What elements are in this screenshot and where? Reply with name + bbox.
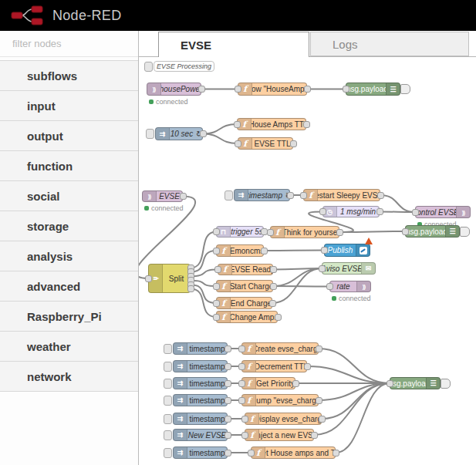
node-evse-processing[interactable]: EVSE Processing xyxy=(154,61,214,72)
output-port[interactable] xyxy=(333,450,339,457)
sidebar-item-advanced[interactable]: advanced xyxy=(0,271,138,302)
output-port[interactable] xyxy=(275,314,282,321)
filter-nodes-input[interactable] xyxy=(11,37,127,50)
sidebar-item-storage[interactable]: storage xyxy=(0,211,138,241)
node-evse-ttl[interactable]: fEVSE TTL xyxy=(238,137,293,150)
input-port[interactable] xyxy=(241,416,248,423)
node-aviso[interactable]: Aviso EVSE✉ xyxy=(322,262,376,275)
node-inject-b7[interactable]: ⇉timestamp xyxy=(173,446,228,459)
input-port[interactable] xyxy=(241,432,248,439)
node-control-evse[interactable]: control EVSE)) xyxy=(415,206,471,218)
inject-button[interactable] xyxy=(224,190,233,200)
input-port[interactable] xyxy=(238,397,245,404)
output-port[interactable] xyxy=(224,380,231,387)
sidebar-item-weather[interactable]: weather xyxy=(0,332,138,362)
output-port[interactable] xyxy=(200,130,207,137)
node-inject-b1[interactable]: ⇉timestamp xyxy=(173,342,228,355)
node-fn-display[interactable]: fDisplay evse_charge xyxy=(245,413,322,425)
node-debug-think[interactable]: msg.payload☰ xyxy=(405,225,460,238)
node-flow-houseamps[interactable]: fflow "HouseAmps" xyxy=(238,83,307,96)
inject-button[interactable] xyxy=(164,379,172,389)
debug-toggle-button[interactable] xyxy=(460,227,470,237)
output-port[interactable] xyxy=(261,248,268,254)
input-port[interactable] xyxy=(235,140,241,147)
output-port[interactable] xyxy=(270,283,277,290)
output-port[interactable] xyxy=(224,345,231,352)
output-port[interactable] xyxy=(316,397,322,404)
input-port[interactable] xyxy=(238,345,245,352)
tab-logs[interactable]: Logs xyxy=(310,32,469,56)
input-port[interactable] xyxy=(267,229,274,236)
input-port[interactable] xyxy=(321,247,328,254)
node-debug-houseamps[interactable]: msg.payload☰ xyxy=(346,83,400,96)
output-port[interactable] xyxy=(180,193,187,200)
input-port[interactable] xyxy=(238,363,245,370)
inject-button[interactable] xyxy=(164,362,172,372)
sidebar-item-function[interactable]: function xyxy=(0,151,138,181)
inject-button[interactable] xyxy=(164,344,172,354)
node-fn-priority[interactable]: fGet Priority xyxy=(241,377,295,389)
input-port[interactable] xyxy=(214,266,221,273)
input-port[interactable] xyxy=(234,121,241,128)
output-port[interactable] xyxy=(376,208,383,215)
inject-button[interactable] xyxy=(164,414,172,424)
input-port[interactable] xyxy=(326,283,333,290)
output-port[interactable] xyxy=(187,285,194,292)
flow-canvas[interactable]: EVSE Processing))housePowerconnectedfflo… xyxy=(139,57,476,465)
input-port[interactable] xyxy=(213,248,220,254)
output-port[interactable] xyxy=(292,380,299,387)
output-port[interactable] xyxy=(287,192,294,199)
debug-toggle-button[interactable] xyxy=(441,379,451,389)
output-port[interactable] xyxy=(224,397,231,404)
input-port[interactable] xyxy=(238,380,245,387)
node-start-charge[interactable]: fStart Charge xyxy=(216,280,273,292)
input-port[interactable] xyxy=(213,300,220,307)
output-port[interactable] xyxy=(304,86,311,93)
node-evse-in[interactable]: ))EVSE xyxy=(142,190,183,202)
node-evse-ready[interactable]: fEVSE Ready xyxy=(218,264,273,275)
input-port[interactable] xyxy=(319,208,326,215)
node-fn-inject-new[interactable]: fInject a new EVSE xyxy=(245,429,314,441)
inject-button[interactable] xyxy=(164,396,172,406)
output-port[interactable] xyxy=(377,192,384,199)
node-split[interactable]: ⋔Split xyxy=(148,264,191,293)
sidebar-item-raspberry_pi[interactable]: Raspberry_Pi xyxy=(0,302,138,332)
node-inject-b2[interactable]: ⇉timestamp xyxy=(173,360,228,372)
input-port[interactable] xyxy=(412,209,419,216)
output-port[interactable] xyxy=(224,416,231,423)
input-port[interactable] xyxy=(213,228,220,235)
output-port[interactable] xyxy=(304,363,311,370)
node-fn-gethouse[interactable]: fGet House amps and TTL xyxy=(251,446,336,459)
sidebar-item-subflows[interactable]: subflows xyxy=(0,61,138,91)
output-port[interactable] xyxy=(224,432,231,439)
node-inject-b6[interactable]: ⇉New EVSE xyxy=(173,429,228,441)
output-port[interactable] xyxy=(224,363,231,370)
input-port[interactable] xyxy=(213,314,220,321)
inject-button[interactable] xyxy=(164,448,172,458)
sidebar-item-social[interactable]: social xyxy=(0,181,138,211)
sidebar-item-analysis[interactable]: analysis xyxy=(0,241,138,271)
node-debug-bottom[interactable]: msg.payload☰ xyxy=(390,377,441,389)
node-inject-b3[interactable]: ⇉timestamp xyxy=(173,377,228,389)
output-port[interactable] xyxy=(269,300,276,307)
node-inject-10sec[interactable]: ⇉10 sec ↻ xyxy=(155,127,203,140)
input-port[interactable] xyxy=(145,275,152,282)
output-port[interactable] xyxy=(336,229,343,236)
node-rate-out[interactable]: rate)) xyxy=(329,281,371,292)
inject-button[interactable] xyxy=(164,430,172,440)
input-port[interactable] xyxy=(300,192,307,199)
output-port[interactable] xyxy=(198,86,205,93)
node-end-charge[interactable]: fEnd Charge xyxy=(216,297,272,309)
input-port[interactable] xyxy=(213,283,220,290)
node-house-amps-ttl[interactable]: fHouse Amps TTL xyxy=(237,118,306,130)
node-house-power[interactable]: ))housePower xyxy=(147,83,201,96)
output-port[interactable] xyxy=(316,345,322,352)
input-port[interactable] xyxy=(248,450,255,457)
node-inject-b4[interactable]: ⇉timestamp xyxy=(173,394,228,406)
node-fn-create[interactable]: fCreate evse_charge xyxy=(241,342,319,355)
node-publish[interactable]: Publish xyxy=(324,244,370,257)
output-port[interactable] xyxy=(290,140,297,147)
node-restart-sleepy[interactable]: fRestart Sleepy EVSE's xyxy=(303,189,380,201)
output-port[interactable] xyxy=(224,450,231,457)
node-think[interactable]: fThink for yourself xyxy=(270,226,339,238)
